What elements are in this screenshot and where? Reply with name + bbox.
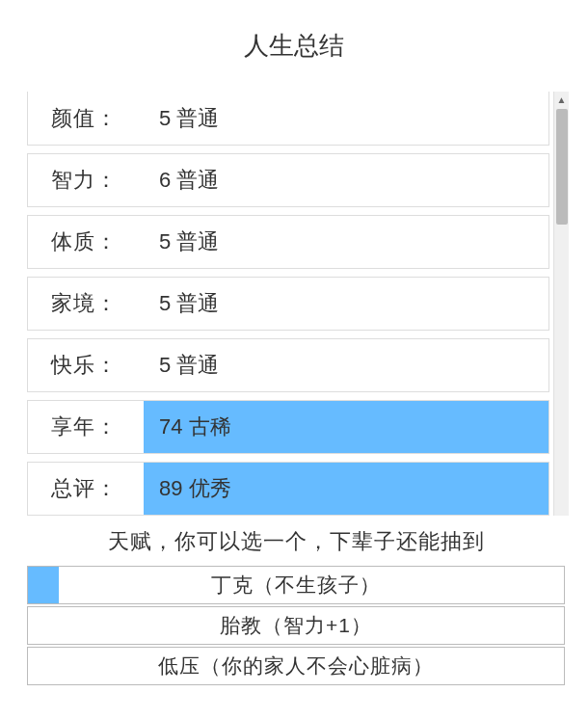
talent-item-lowpressure[interactable]: 低压（你的家人不会心脏病） bbox=[27, 647, 565, 685]
scroll-arrow-up-icon[interactable]: ▲ bbox=[554, 92, 569, 107]
stats-wrapper: 颜值： 5 普通 智力： 6 普通 体质： 5 普通 家境： 5 普通 快乐： … bbox=[19, 92, 569, 516]
talent-title: 天赋，你可以选一个，下辈子还能抽到 bbox=[27, 527, 565, 556]
stat-value: 6 普通 bbox=[144, 154, 548, 206]
scroll-thumb[interactable] bbox=[556, 109, 568, 225]
stats-list: 颜值： 5 普通 智力： 6 普通 体质： 5 普通 家境： 5 普通 快乐： … bbox=[19, 92, 569, 516]
scrollbar[interactable]: ▲ bbox=[553, 92, 569, 516]
stat-label: 智力： bbox=[28, 166, 144, 195]
stat-row-constitution: 体质： 5 普通 bbox=[27, 215, 549, 269]
talent-text: 丁克（不生孩子） bbox=[28, 572, 564, 599]
stat-value: 5 普通 bbox=[144, 216, 548, 268]
stat-value: 89 优秀 bbox=[144, 463, 548, 515]
stat-row-happiness: 快乐： 5 普通 bbox=[27, 338, 549, 392]
stat-label: 体质： bbox=[28, 227, 144, 256]
talent-text: 低压（你的家人不会心脏病） bbox=[28, 652, 564, 679]
stat-label: 总评： bbox=[28, 474, 144, 503]
stat-value: 5 普通 bbox=[144, 92, 548, 145]
stat-row-age: 享年： 74 古稀 bbox=[27, 400, 549, 454]
talent-item-dink[interactable]: 丁克（不生孩子） bbox=[27, 566, 565, 604]
page-title: 人生总结 bbox=[19, 29, 569, 63]
stat-label: 家境： bbox=[28, 289, 144, 318]
stat-label: 享年： bbox=[28, 413, 144, 441]
talent-section: 天赋，你可以选一个，下辈子还能抽到 丁克（不生孩子） 胎教（智力+1） 低压（你… bbox=[19, 527, 569, 685]
stat-row-overall: 总评： 89 优秀 bbox=[27, 462, 549, 516]
stat-row-appearance: 颜值： 5 普通 bbox=[27, 92, 549, 146]
talent-text: 胎教（智力+1） bbox=[28, 612, 564, 639]
main-container: 人生总结 颜值： 5 普通 智力： 6 普通 体质： 5 普通 家境： 5 普通… bbox=[0, 0, 588, 685]
stat-row-intelligence: 智力： 6 普通 bbox=[27, 153, 549, 207]
stat-value: 74 古稀 bbox=[144, 401, 548, 453]
stat-row-family: 家境： 5 普通 bbox=[27, 277, 549, 331]
stat-value: 5 普通 bbox=[144, 278, 548, 330]
stat-value: 5 普通 bbox=[144, 339, 548, 391]
talent-item-prenatal[interactable]: 胎教（智力+1） bbox=[27, 606, 565, 645]
stat-label: 颜值： bbox=[28, 104, 144, 133]
stat-label: 快乐： bbox=[28, 351, 144, 380]
